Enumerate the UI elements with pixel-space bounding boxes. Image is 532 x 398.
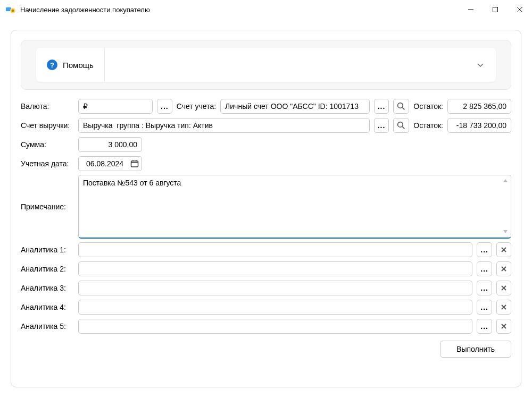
analytic1-input[interactable] bbox=[78, 242, 472, 257]
revenue-balance-value bbox=[447, 118, 511, 133]
analytic5-input[interactable] bbox=[78, 319, 472, 334]
amount-input[interactable] bbox=[78, 137, 142, 152]
revenue-account-picker-button[interactable]: ... bbox=[374, 118, 389, 133]
title-bar: Начисление задолженности покупателю bbox=[0, 0, 532, 19]
svg-marker-16 bbox=[503, 230, 508, 233]
app-icon bbox=[5, 4, 16, 15]
help-header[interactable]: ? Помощь bbox=[36, 48, 105, 82]
svg-line-10 bbox=[403, 126, 405, 129]
submit-button[interactable]: Выполнить bbox=[440, 341, 511, 358]
account-balance-label: Остаток: bbox=[413, 102, 443, 111]
analytic3-clear-button[interactable] bbox=[496, 281, 511, 295]
svg-rect-4 bbox=[493, 7, 498, 12]
minimize-button[interactable] bbox=[459, 0, 483, 19]
revenue-account-search-button[interactable] bbox=[393, 118, 409, 133]
revenue-account-input[interactable] bbox=[78, 118, 370, 133]
help-icon: ? bbox=[47, 60, 57, 70]
acc-date-label: Учетная дата: bbox=[21, 159, 74, 168]
currency-input[interactable] bbox=[78, 99, 153, 114]
note-scroll-down-icon[interactable] bbox=[502, 228, 509, 235]
note-scroll-up-icon[interactable] bbox=[502, 177, 509, 184]
calendar-icon[interactable] bbox=[130, 159, 139, 168]
analytic4-picker-button[interactable]: ... bbox=[477, 300, 492, 315]
svg-line-8 bbox=[403, 107, 405, 109]
analytic3-input[interactable] bbox=[78, 281, 472, 295]
analytic1-label: Аналитика 1: bbox=[21, 245, 74, 254]
maximize-button[interactable] bbox=[483, 0, 508, 19]
window-controls bbox=[459, 0, 532, 19]
svg-rect-11 bbox=[131, 161, 138, 167]
analytic2-picker-button[interactable]: ... bbox=[477, 261, 492, 276]
svg-point-2 bbox=[12, 10, 14, 12]
analytic2-input[interactable] bbox=[78, 261, 472, 276]
account-balance-value bbox=[447, 99, 511, 114]
help-expand-button[interactable] bbox=[465, 61, 496, 69]
form: Валюта: ... Счет учета: ... Остаток: Сче… bbox=[21, 98, 511, 358]
analytic4-clear-button[interactable] bbox=[496, 300, 511, 315]
close-button[interactable] bbox=[508, 0, 532, 19]
analytic2-clear-button[interactable] bbox=[496, 261, 511, 276]
analytic1-clear-button[interactable] bbox=[496, 242, 511, 257]
help-panel: ? Помощь bbox=[21, 40, 511, 90]
revenue-balance-label: Остаток: bbox=[413, 121, 443, 130]
window-title: Начисление задолженности покупателю bbox=[20, 6, 150, 14]
svg-marker-15 bbox=[503, 179, 508, 182]
dialog-body: ? Помощь Валюта: ... Счет учета: ... Ост… bbox=[11, 30, 521, 387]
analytic3-picker-button[interactable]: ... bbox=[477, 281, 492, 295]
analytic5-picker-button[interactable]: ... bbox=[477, 319, 492, 334]
analytic3-label: Аналитика 3: bbox=[21, 284, 74, 292]
analytic5-clear-button[interactable] bbox=[496, 319, 511, 334]
analytic5-label: Аналитика 5: bbox=[21, 322, 74, 331]
account-input[interactable] bbox=[220, 99, 370, 114]
svg-point-9 bbox=[398, 122, 403, 128]
analytic4-input[interactable] bbox=[78, 300, 472, 315]
amount-label: Сумма: bbox=[21, 140, 74, 149]
note-label: Примечание: bbox=[21, 175, 74, 239]
svg-point-7 bbox=[398, 103, 403, 108]
account-label: Счет учета: bbox=[177, 102, 216, 111]
revenue-account-label: Счет выручки: bbox=[21, 121, 74, 130]
note-textarea[interactable] bbox=[78, 175, 511, 239]
currency-picker-button[interactable]: ... bbox=[157, 99, 172, 114]
analytic1-picker-button[interactable]: ... bbox=[477, 242, 492, 257]
currency-label: Валюта: bbox=[21, 102, 74, 111]
analytic2-label: Аналитика 2: bbox=[21, 265, 74, 273]
help-label: Помощь bbox=[63, 61, 94, 70]
analytic4-label: Аналитика 4: bbox=[21, 303, 74, 311]
account-search-button[interactable] bbox=[393, 99, 409, 114]
account-picker-button[interactable]: ... bbox=[374, 99, 389, 114]
